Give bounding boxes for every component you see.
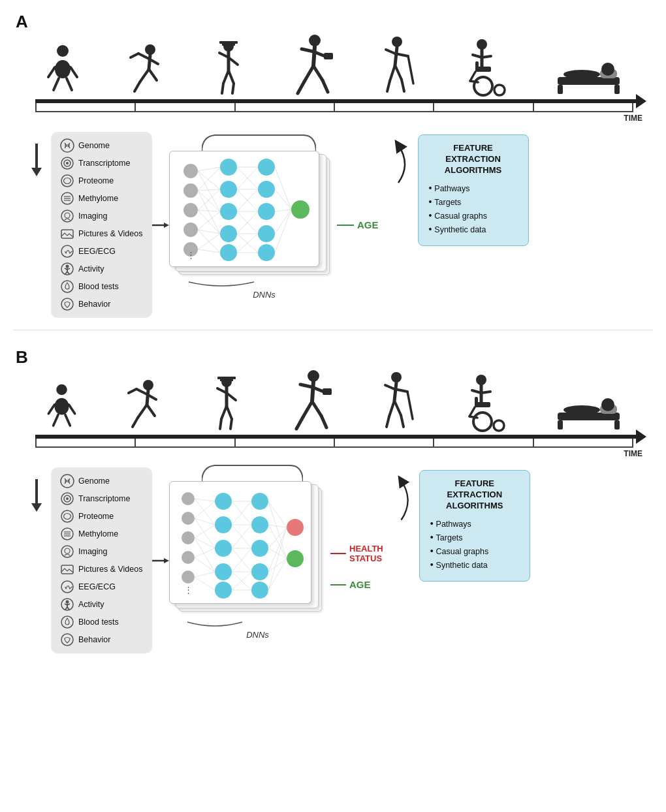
svg-point-205: [61, 546, 73, 557]
svg-rect-189: [558, 420, 563, 429]
methylome-icon-b: [60, 527, 74, 541]
svg-line-174: [389, 401, 394, 416]
svg-line-215: [67, 607, 69, 610]
blood-icon-b: [60, 615, 74, 629]
svg-point-227: [215, 516, 232, 533]
svg-line-147: [138, 405, 147, 418]
svg-line-158: [220, 419, 221, 429]
dna-icon-a: [60, 138, 74, 153]
svg-line-11: [140, 69, 149, 82]
svg-line-271: [268, 527, 287, 590]
behavior-icon-b: [60, 632, 74, 647]
feature-item-casual-b: Casual graphs: [430, 546, 519, 556]
svg-point-222: [182, 531, 195, 544]
panel-a-label: A: [16, 12, 650, 32]
svg-line-238: [195, 499, 215, 501]
svg-line-265: [268, 525, 287, 527]
behavior-icon-a: [60, 297, 74, 311]
content-row-b: Genome Transcriptome Proteome Methylome …: [16, 467, 650, 653]
svg-line-21: [229, 70, 234, 84]
figure-child-a: [124, 44, 166, 97]
svg-line-26: [302, 49, 313, 52]
svg-line-159: [230, 419, 232, 429]
input-item-activity-b: Activity: [60, 597, 143, 612]
input-item-behavior-a: Behavior: [60, 297, 143, 311]
svg-line-156: [221, 406, 227, 419]
svg-rect-47: [475, 61, 479, 72]
feature-title-b: FEATUREEXTRACTIONALGORITHMS: [430, 478, 519, 512]
svg-line-161: [312, 382, 313, 401]
activity-icon-b: [60, 597, 74, 612]
svg-line-240: [195, 501, 215, 518]
svg-line-102: [198, 171, 220, 189]
svg-point-136: [56, 384, 67, 396]
svg-point-217: [61, 634, 73, 646]
figure-baby-b: [44, 383, 80, 432]
svg-point-97: [258, 203, 275, 220]
input-item-behavior-b: Behavior: [60, 632, 143, 647]
svg-point-49: [494, 85, 505, 95]
input-item-methylome-a: Methylome: [60, 191, 143, 206]
svg-point-87: [183, 223, 198, 237]
input-item-blood-a: Blood tests: [60, 279, 143, 294]
figures-row-a: [16, 35, 650, 99]
svg-point-232: [251, 516, 268, 533]
feature-box-a: FEATUREEXTRACTIONALGORITHMS Pathways Tar…: [418, 134, 529, 246]
input-list-box-a: Genome Transcriptome Proteome Methylome …: [51, 132, 152, 318]
feature-title-a: FEATUREEXTRACTIONALGORITHMS: [429, 143, 518, 176]
proteome-icon-b: [60, 509, 74, 523]
svg-point-48: [474, 77, 492, 95]
figure-baby-a: [43, 44, 82, 97]
input-item-transcriptome-b: Transcriptome: [60, 492, 143, 506]
svg-point-63: [66, 162, 69, 164]
svg-line-143: [147, 390, 148, 405]
svg-point-1: [55, 60, 71, 78]
svg-point-58: [61, 139, 74, 152]
panel-b: B: [0, 336, 666, 660]
dnn-label-a: DNNs: [169, 279, 336, 300]
svg-point-92: [220, 203, 237, 220]
svg-line-139: [69, 405, 74, 414]
proteome-icon-a: [60, 174, 74, 188]
svg-rect-190: [614, 420, 620, 429]
input-item-pictures-a: Pictures & Videos: [60, 226, 143, 241]
svg-line-51: [470, 81, 478, 82]
svg-rect-53: [558, 85, 563, 94]
svg-line-103: [198, 171, 220, 211]
feature-box-b: FEATUREEXTRACTIONALGORITHMS Pathways Tar…: [419, 470, 530, 582]
svg-point-236: [287, 519, 304, 536]
input-item-proteome-a: Proteome: [60, 174, 143, 188]
svg-line-5: [67, 78, 72, 90]
svg-line-248: [195, 572, 215, 577]
figure-elderly-b: [380, 372, 420, 432]
age-label-b: AGE: [349, 579, 371, 590]
figure-bedridden-a: [554, 51, 623, 97]
svg-point-194: [61, 475, 74, 488]
down-arrow-b: [22, 467, 51, 504]
feature-list-b: Pathways Targets Casual graphs Synthetic…: [430, 518, 519, 570]
svg-rect-16: [219, 41, 238, 44]
svg-line-40: [395, 65, 402, 80]
svg-line-38: [390, 65, 395, 81]
svg-point-206: [65, 548, 70, 554]
svg-line-32: [323, 80, 328, 92]
svg-text:⋮: ⋮: [184, 585, 193, 595]
health-line-b: [330, 553, 346, 554]
svg-line-157: [227, 406, 232, 419]
svg-line-20: [223, 70, 229, 84]
svg-line-167: [312, 401, 321, 416]
feature-item-pathways-a: Pathways: [429, 183, 518, 193]
dnn-label-b: DNNs: [169, 619, 329, 640]
svg-line-25: [313, 46, 315, 66]
svg-point-93: [220, 225, 237, 242]
svg-point-96: [258, 181, 275, 198]
svg-line-31: [313, 66, 323, 80]
svg-line-187: [469, 416, 477, 418]
svg-rect-28: [324, 53, 333, 59]
svg-line-13: [149, 69, 157, 80]
svg-line-23: [232, 84, 234, 93]
figures-row-b: [16, 370, 650, 435]
svg-line-165: [303, 401, 312, 417]
figure-student-b: [207, 377, 246, 432]
svg-line-239: [195, 499, 215, 525]
